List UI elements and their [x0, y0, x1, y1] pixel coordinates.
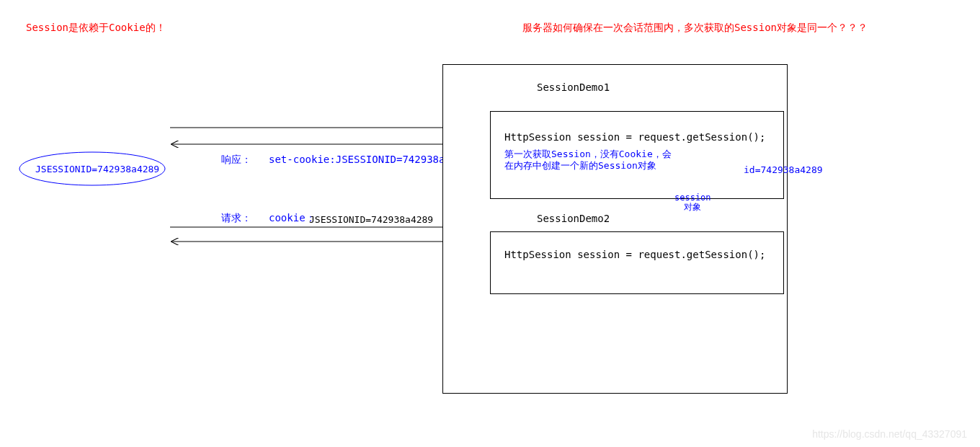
request-label: 请求：	[221, 212, 251, 225]
title-left: Session是依赖于Cookie的！	[26, 22, 166, 35]
sessiondemo1-note-2: 在内存中创建一个新的Session对象	[504, 159, 656, 172]
response-label: 响应：	[221, 154, 251, 167]
sessiondemo2-box	[490, 231, 784, 294]
response-value: set-cookie:JSESSIONID=742938a4289	[269, 154, 469, 165]
client-cookie-text: JSESSIONID=742938a4289	[35, 164, 159, 174]
watermark: https://blog.csdn.net/qq_43327091	[812, 428, 967, 440]
session-id-text: id=742938a4289	[744, 164, 823, 175]
sessiondemo2-label: SessionDemo2	[537, 213, 610, 224]
session-object-label-2: 对象	[674, 203, 711, 212]
title-right: 服务器如何确保在一次会话范围内，多次获取的Session对象是同一个？？？	[522, 22, 868, 35]
sessiondemo1-label: SessionDemo1	[537, 81, 610, 93]
sessiondemo2-code: HttpSession session = request.getSession…	[504, 249, 765, 260]
request-cookie-label: cookie：	[269, 212, 316, 225]
sessiondemo1-code: HttpSession session = request.getSession…	[504, 131, 765, 143]
request-cookie-value: JSESSIONID=742938a4289	[309, 214, 433, 225]
session-object-label: session 对象	[674, 193, 711, 212]
